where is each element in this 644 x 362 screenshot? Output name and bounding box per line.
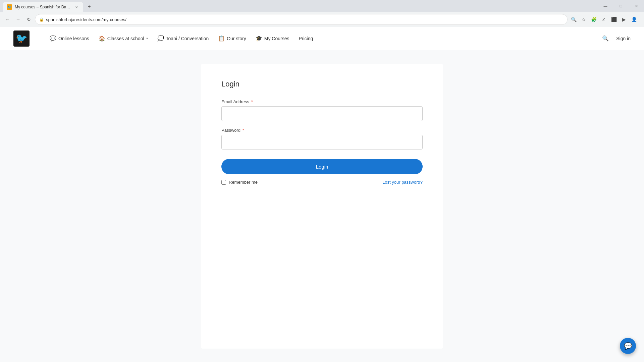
chat-bubble-icon: 💬 bbox=[624, 342, 632, 350]
form-footer: Remember me Lost your password? bbox=[221, 180, 423, 185]
email-input[interactable] bbox=[221, 106, 423, 121]
browser-titlebar: 🐦 My courses – Spanish for Baja R... ✕ +… bbox=[0, 0, 644, 27]
extension-button-4[interactable]: ▶ bbox=[619, 15, 629, 24]
online-lessons-icon: 💬 bbox=[50, 35, 56, 42]
lock-icon: 🔒 bbox=[39, 17, 44, 22]
lost-password-link[interactable]: Lost your password? bbox=[382, 180, 423, 185]
password-required-star: * bbox=[243, 128, 244, 133]
logo-image: 🐦 bbox=[13, 31, 30, 47]
tab-favicon: 🐦 bbox=[7, 4, 12, 10]
main-content: Login Email Address * Password * Login bbox=[0, 50, 644, 362]
extension-button-3[interactable]: ⬛ bbox=[609, 15, 619, 24]
tab-close-button[interactable]: ✕ bbox=[74, 4, 79, 10]
extension-button-2[interactable]: Z bbox=[599, 15, 608, 24]
minimize-button[interactable]: — bbox=[598, 0, 613, 12]
email-label: Email Address * bbox=[221, 99, 423, 104]
browser-tab-active[interactable]: 🐦 My courses – Spanish for Baja R... ✕ bbox=[3, 2, 83, 12]
classes-at-school-icon: 🏠 bbox=[99, 35, 105, 42]
password-input[interactable] bbox=[221, 135, 423, 149]
email-required-star: * bbox=[251, 99, 253, 104]
password-label: Password * bbox=[221, 128, 423, 133]
extension-button-1[interactable]: 🧩 bbox=[589, 15, 598, 24]
login-card: Login Email Address * Password * Login bbox=[201, 64, 443, 349]
nav-right: 🔍 Sign in bbox=[600, 33, 631, 44]
classes-dropdown-arrow: ▾ bbox=[146, 37, 148, 40]
nav-label-classes-at-school: Classes at school bbox=[107, 36, 144, 41]
profile-button[interactable]: 👤 bbox=[629, 15, 639, 24]
tab-title: My courses – Spanish for Baja R... bbox=[15, 5, 71, 9]
new-tab-button[interactable]: + bbox=[85, 2, 94, 11]
remember-me-label: Remember me bbox=[229, 180, 258, 185]
nav-label-my-courses: My Courses bbox=[264, 36, 289, 41]
back-button[interactable]: ← bbox=[3, 15, 12, 24]
close-button[interactable]: ✕ bbox=[629, 0, 644, 12]
browser-actions: 🔍 ☆ 🧩 Z ⬛ ▶ 👤 bbox=[569, 15, 641, 24]
my-courses-icon: 🎓 bbox=[256, 35, 262, 42]
website: 🐦 💬 Online lessons 🏠 Classes at school ▾… bbox=[0, 27, 644, 362]
maximize-button[interactable]: □ bbox=[613, 0, 629, 12]
search-button[interactable]: 🔍 bbox=[600, 33, 611, 44]
nav-item-my-courses[interactable]: 🎓 My Courses bbox=[252, 33, 293, 44]
nav-item-toani-conversation[interactable]: 💭 Toani / Conversation bbox=[153, 33, 213, 44]
window-controls: — □ ✕ bbox=[598, 0, 644, 12]
nav-items: 💬 Online lessons 🏠 Classes at school ▾ 💭… bbox=[46, 33, 589, 44]
bookmark-button[interactable]: ☆ bbox=[579, 15, 588, 24]
login-button[interactable]: Login bbox=[221, 159, 423, 174]
nav-label-our-story: Our story bbox=[227, 36, 246, 41]
remember-me-group: Remember me bbox=[221, 180, 258, 185]
toani-icon: 💭 bbox=[157, 35, 164, 42]
password-form-group: Password * bbox=[221, 128, 423, 149]
nav-label-online-lessons: Online lessons bbox=[58, 36, 89, 41]
nav-item-pricing[interactable]: Pricing bbox=[294, 33, 317, 44]
zoom-button[interactable]: 🔍 bbox=[569, 15, 578, 24]
address-bar[interactable]: 🔒 spanishforbajaresidents.com/my-courses… bbox=[35, 14, 568, 25]
nav-item-classes-at-school[interactable]: 🏠 Classes at school ▾ bbox=[95, 33, 152, 44]
site-logo[interactable]: 🐦 bbox=[13, 31, 30, 47]
nav-label-toani-conversation: Toani / Conversation bbox=[166, 36, 209, 41]
browser-controls: ← → ↻ 🔒 spanishforbajaresidents.com/my-c… bbox=[0, 12, 644, 27]
forward-button[interactable]: → bbox=[13, 15, 23, 24]
email-form-group: Email Address * bbox=[221, 99, 423, 121]
nav-item-online-lessons[interactable]: 💬 Online lessons bbox=[46, 33, 93, 44]
refresh-button[interactable]: ↻ bbox=[24, 15, 34, 24]
login-title: Login bbox=[221, 80, 423, 88]
nav-label-pricing: Pricing bbox=[299, 36, 313, 41]
our-story-icon: 📋 bbox=[218, 35, 225, 42]
address-text: spanishforbajaresidents.com/my-courses/ bbox=[46, 17, 563, 22]
sign-in-link[interactable]: Sign in bbox=[616, 36, 631, 41]
nav-item-our-story[interactable]: 📋 Our story bbox=[214, 33, 250, 44]
site-navigation: 🐦 💬 Online lessons 🏠 Classes at school ▾… bbox=[0, 27, 644, 50]
remember-me-checkbox[interactable] bbox=[221, 180, 226, 185]
logo-icon: 🐦 bbox=[16, 33, 28, 44]
browser-tabs: 🐦 My courses – Spanish for Baja R... ✕ + bbox=[3, 0, 94, 12]
chat-bubble-button[interactable]: 💬 bbox=[620, 338, 636, 354]
